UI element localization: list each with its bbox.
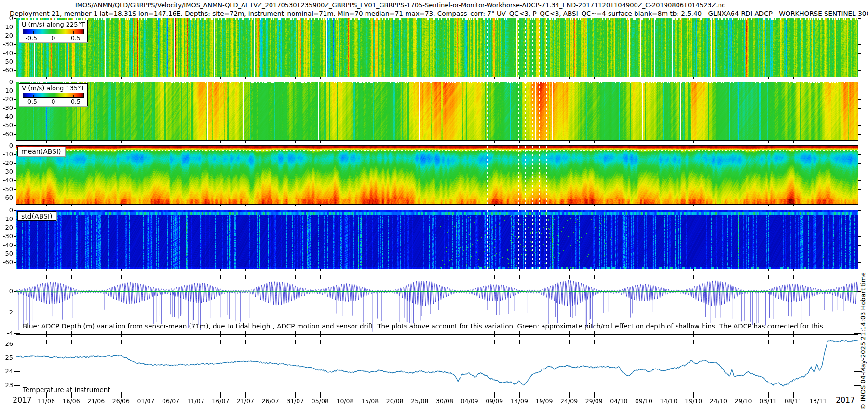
x-tick bbox=[320, 77, 321, 79]
x-tick bbox=[793, 77, 794, 79]
y-tick bbox=[14, 53, 16, 54]
x-tick bbox=[693, 141, 694, 143]
y-tick bbox=[14, 134, 16, 135]
x-tick bbox=[818, 269, 818, 271]
x-tick bbox=[146, 269, 146, 271]
y-tick bbox=[858, 385, 861, 386]
x-tick bbox=[146, 205, 146, 206]
x-tick-label: 20/08 bbox=[386, 397, 404, 405]
x-tick bbox=[345, 335, 345, 337]
x-tick-label: 11/07 bbox=[187, 397, 204, 405]
u-colorbar-tick-label: 0 bbox=[52, 34, 55, 41]
x-tick bbox=[619, 205, 619, 206]
x-tick bbox=[768, 77, 769, 79]
x-tick bbox=[519, 141, 520, 143]
x-tick bbox=[46, 141, 47, 143]
y-tick-label: -20 bbox=[0, 32, 13, 39]
x-tick bbox=[320, 141, 321, 143]
x-tick bbox=[445, 77, 445, 79]
x-tick bbox=[445, 205, 445, 206]
y-tick-label: 24 bbox=[0, 368, 13, 375]
x-tick bbox=[793, 141, 794, 143]
x-tick bbox=[96, 269, 96, 271]
y-tick-label: 25 bbox=[0, 354, 13, 361]
x-tick bbox=[46, 77, 47, 79]
y-tick bbox=[14, 125, 16, 126]
y-tick bbox=[14, 313, 16, 313]
figure-root: IMOS/ANMN/QLD/GBRPPS/Velocity/IMOS_ANMN-… bbox=[0, 0, 868, 410]
x-tick bbox=[220, 269, 221, 271]
u-colorbar-tick-label: -0.5 bbox=[25, 34, 37, 41]
x-tick bbox=[793, 269, 794, 271]
y-tick-label: -40 bbox=[0, 49, 13, 56]
u-colorbar-gradient bbox=[23, 29, 84, 34]
x-tick bbox=[470, 269, 470, 271]
x-tick bbox=[420, 269, 420, 271]
y-tick bbox=[858, 254, 861, 254]
y-tick-label: 0 bbox=[0, 14, 13, 22]
x-tick bbox=[594, 141, 595, 143]
x-tick-label: 04/10 bbox=[610, 397, 627, 405]
x-tick bbox=[719, 141, 719, 143]
y-tick bbox=[14, 210, 16, 211]
axis-ticks-layer: 0-10-20-30-40-50-600-10-20-30-40-50-600-… bbox=[0, 0, 868, 410]
x-tick-label: 01/07 bbox=[137, 397, 154, 405]
y-tick-label: -4 bbox=[0, 329, 13, 337]
x-tick-label: 30/08 bbox=[436, 397, 453, 405]
x-tick bbox=[494, 77, 495, 79]
y-tick bbox=[858, 53, 861, 54]
x-tick bbox=[519, 269, 520, 271]
y-tick bbox=[14, 236, 16, 237]
x-tick bbox=[569, 335, 570, 337]
y-tick bbox=[14, 108, 16, 109]
x-tick bbox=[121, 269, 122, 271]
x-tick bbox=[121, 141, 122, 143]
x-tick bbox=[196, 269, 196, 271]
x-tick bbox=[594, 77, 595, 79]
x-tick bbox=[320, 269, 321, 271]
y-tick bbox=[14, 172, 16, 172]
x-tick bbox=[744, 269, 744, 271]
x-tick-label: 21/06 bbox=[87, 397, 105, 405]
y-tick-label: -60 bbox=[0, 194, 13, 201]
x-tick bbox=[719, 77, 719, 79]
y-tick bbox=[14, 180, 16, 181]
x-tick bbox=[420, 335, 420, 337]
y-tick-label: -50 bbox=[0, 58, 13, 65]
y-tick-label: -30 bbox=[0, 41, 13, 48]
x-tick bbox=[370, 269, 370, 271]
y-tick bbox=[858, 146, 861, 146]
y-tick bbox=[14, 18, 16, 19]
y-tick-label: -40 bbox=[0, 177, 13, 184]
y-tick-label: -40 bbox=[0, 113, 13, 120]
y-tick bbox=[14, 291, 16, 292]
x-tick bbox=[171, 335, 171, 337]
x-tick bbox=[519, 205, 520, 206]
x-tick bbox=[494, 205, 495, 206]
x-tick-label: 26/06 bbox=[112, 397, 130, 405]
x-tick bbox=[544, 77, 544, 79]
y-tick bbox=[858, 189, 861, 190]
x-tick-label: 16/07 bbox=[212, 397, 229, 405]
x-tick bbox=[71, 141, 72, 143]
y-tick-label: 0 bbox=[0, 287, 13, 295]
x-tick bbox=[719, 205, 719, 206]
x-tick bbox=[295, 335, 296, 337]
y-tick bbox=[858, 198, 861, 198]
x-tick bbox=[96, 141, 96, 143]
x-tick-label: 19/10 bbox=[685, 397, 702, 405]
v-legend-title: V (m/s) along 135°T bbox=[19, 84, 87, 92]
x-tick bbox=[669, 269, 669, 271]
x-tick bbox=[569, 205, 570, 206]
x-tick-label: 14/10 bbox=[660, 397, 678, 405]
x-tick bbox=[644, 269, 644, 271]
x-tick bbox=[719, 269, 719, 271]
y-tick bbox=[858, 18, 861, 19]
y-tick bbox=[858, 210, 861, 211]
x-tick bbox=[245, 77, 246, 79]
y-tick bbox=[858, 163, 861, 164]
y-tick bbox=[858, 228, 861, 228]
u-colorbar-tick-label: 0.5 bbox=[71, 34, 81, 41]
y-tick bbox=[858, 154, 861, 155]
x-tick bbox=[370, 141, 370, 143]
